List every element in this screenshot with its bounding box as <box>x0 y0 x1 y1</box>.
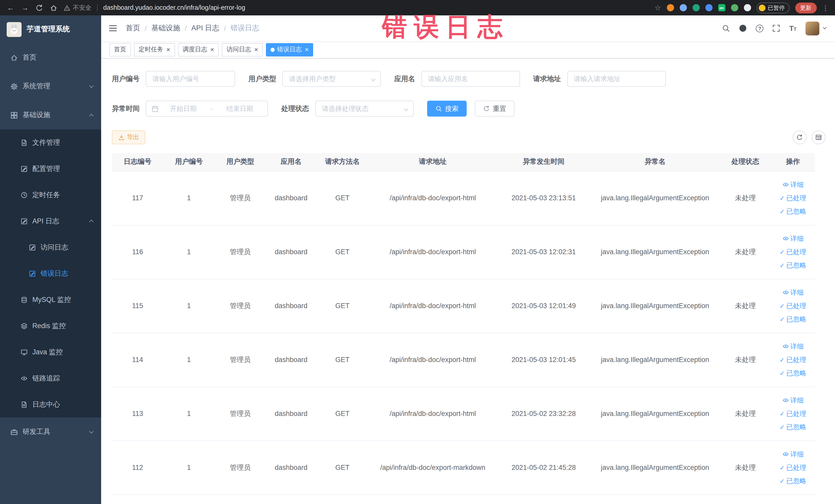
font-size-icon[interactable]: TT <box>789 25 796 32</box>
breadcrumb-item-home[interactable]: 首页 <box>126 24 140 33</box>
reset-button[interactable]: 重置 <box>475 101 514 117</box>
tab-close-icon[interactable]: × <box>305 46 309 53</box>
detail-link[interactable]: 详细 <box>782 447 804 461</box>
error-log-table: 日志编号 用户编号 用户类型 应用名 请求方法名 请求地址 异常发生时间 异常名… <box>112 153 815 495</box>
extension-icon-on-badge[interactable]: on <box>718 4 725 11</box>
process-status-select[interactable]: 请选择处理状态 <box>315 101 414 117</box>
mark-processed-link[interactable]: ✓ 已处理 <box>779 191 806 205</box>
avatar-caret-down-icon[interactable] <box>823 26 826 29</box>
breadcrumb-item-api-logs[interactable]: API 日志 <box>191 24 220 33</box>
extension-icon-orange[interactable] <box>667 4 674 11</box>
mark-processed-link[interactable]: ✓ 已处理 <box>779 299 806 313</box>
sidebar-item-api-logs[interactable]: API 日志 <box>0 208 101 234</box>
sidebar-item-dev-tools[interactable]: 研发工具 <box>0 418 101 446</box>
cell-app-name: dashboard <box>266 387 316 441</box>
user-type-select[interactable]: 请选择用户类型 <box>282 71 381 87</box>
fullscreen-icon[interactable] <box>772 24 780 32</box>
sidebar-item-redis-monitor[interactable]: Redis 监控 <box>0 313 101 339</box>
column-settings-button[interactable] <box>811 130 825 144</box>
app-name-input[interactable] <box>421 71 520 87</box>
sidebar-item-infrastructure[interactable]: 基础设施 <box>0 101 101 129</box>
back-icon[interactable]: ← <box>6 4 15 12</box>
active-tab-dot <box>270 47 274 52</box>
infrastructure-submenu: 文件管理 配置管理 定时任务 API 日志 <box>0 129 101 418</box>
sidebar-item-access-log[interactable]: 访问日志 <box>0 234 101 260</box>
mark-processed-link[interactable]: ✓ 已处理 <box>779 353 806 366</box>
cell-user-type: 管理员 <box>215 279 266 333</box>
sidebar-item-file-management[interactable]: 文件管理 <box>0 129 101 156</box>
detail-link[interactable]: 详细 <box>782 232 804 245</box>
mark-ignored-link[interactable]: ✓ 已忽略 <box>779 420 806 434</box>
tab-close-icon[interactable]: × <box>254 46 258 53</box>
mark-ignored-link[interactable]: ✓ 已忽略 <box>779 366 806 380</box>
search-button[interactable]: 搜索 <box>427 101 467 117</box>
cell-exception-name: java.lang.IllegalArgumentException <box>590 333 720 387</box>
detail-link[interactable]: 详细 <box>782 340 804 353</box>
tab-schedule-log[interactable]: 调度日志× <box>178 43 219 56</box>
search-icon[interactable] <box>722 24 730 32</box>
sidebar-item-label: 错误日志 <box>41 269 68 278</box>
extension-icon-green[interactable] <box>731 4 738 11</box>
breadcrumb-item-infrastructure[interactable]: 基础设施 <box>151 24 180 33</box>
detail-link[interactable]: 详细 <box>782 394 804 407</box>
sidebar-toggle-button[interactable] <box>108 24 118 33</box>
user-avatar[interactable] <box>805 21 819 35</box>
table-header-row: 日志编号 用户编号 用户类型 应用名 请求方法名 请求地址 异常发生时间 异常名… <box>112 153 815 171</box>
request-url-input[interactable] <box>567 71 666 87</box>
extension-icon-teal[interactable] <box>692 4 699 11</box>
sidebar-item-java-monitor[interactable]: Java 监控 <box>0 339 101 365</box>
breadcrumb-item-error-log: 错误日志 <box>230 24 259 33</box>
exception-time-range-picker[interactable]: 开始日期 - 结束日期 <box>146 101 268 117</box>
tab-scheduled-tasks[interactable]: 定时任务× <box>134 43 175 56</box>
site-security-indicator[interactable]: 不安全 <box>64 3 91 12</box>
extension-icon-blue-grid[interactable] <box>705 4 712 11</box>
tab-error-log[interactable]: 错误日志× <box>266 43 313 56</box>
help-icon[interactable]: ? <box>756 24 763 32</box>
tab-close-icon[interactable]: × <box>210 46 214 53</box>
user-id-input[interactable] <box>146 71 235 87</box>
extension-icon-paw[interactable] <box>744 4 751 11</box>
address-bar[interactable]: dashboard.yudao.iocoder.cn/infra/log/api… <box>103 4 245 11</box>
reload-icon[interactable] <box>35 4 44 12</box>
col-request-url: 请求地址 <box>369 153 497 171</box>
detail-link[interactable]: 详细 <box>782 178 804 191</box>
browser-menu-icon[interactable]: ⋮ <box>822 4 829 12</box>
export-button[interactable]: 导出 <box>112 130 145 144</box>
check-icon: ✓ <box>779 464 785 471</box>
col-actions: 操作 <box>771 153 815 171</box>
mark-processed-link[interactable]: ✓ 已处理 <box>779 245 806 259</box>
bookmark-star-icon[interactable]: ☆ <box>655 4 661 12</box>
browser-update-button[interactable]: 更新 <box>795 2 816 13</box>
sidebar-item-scheduled-tasks[interactable]: 定时任务 <box>0 182 101 208</box>
mark-ignored-link[interactable]: ✓ 已忽略 <box>779 474 806 488</box>
github-icon[interactable] <box>739 24 747 32</box>
sidebar-item-log-center[interactable]: 日志中心 <box>0 391 101 418</box>
sidebar-item-mysql-monitor[interactable]: MySQL 监控 <box>0 286 101 313</box>
col-exception-name: 异常名 <box>590 153 720 171</box>
sidebar-item-system-management[interactable]: 系统管理 <box>0 72 101 101</box>
profile-paused-badge[interactable]: 已暂停 <box>756 2 789 13</box>
refresh-table-button[interactable] <box>792 130 806 144</box>
mark-processed-link[interactable]: ✓ 已处理 <box>779 461 806 474</box>
mark-ignored-link[interactable]: ✓ 已忽略 <box>779 313 806 326</box>
check-icon: ✓ <box>779 195 785 201</box>
app-logo[interactable]: 芋道管理系统 <box>0 15 101 43</box>
columns-icon <box>815 134 822 141</box>
mark-processed-link[interactable]: ✓ 已处理 <box>779 407 806 420</box>
tab-access-log[interactable]: 访问日志× <box>222 43 263 56</box>
sidebar-item-error-log[interactable]: 错误日志 <box>0 260 101 286</box>
check-icon: ✓ <box>779 208 785 215</box>
detail-link[interactable]: 详细 <box>782 286 804 299</box>
extension-icon-blue-drop[interactable] <box>679 4 687 11</box>
forward-icon[interactable]: → <box>21 4 29 12</box>
sidebar-item-home[interactable]: 首页 <box>0 43 101 72</box>
gear-icon <box>10 82 18 90</box>
cell-user-type: 管理员 <box>215 171 266 225</box>
sidebar-item-config-management[interactable]: 配置管理 <box>0 156 101 182</box>
browser-home-icon[interactable] <box>49 4 58 12</box>
tab-home[interactable]: 首页 <box>109 43 131 56</box>
mark-ignored-link[interactable]: ✓ 已忽略 <box>779 259 806 272</box>
tab-close-icon[interactable]: × <box>166 46 170 53</box>
sidebar-item-trace[interactable]: 链路追踪 <box>0 365 101 391</box>
mark-ignored-link[interactable]: ✓ 已忽略 <box>779 205 806 218</box>
